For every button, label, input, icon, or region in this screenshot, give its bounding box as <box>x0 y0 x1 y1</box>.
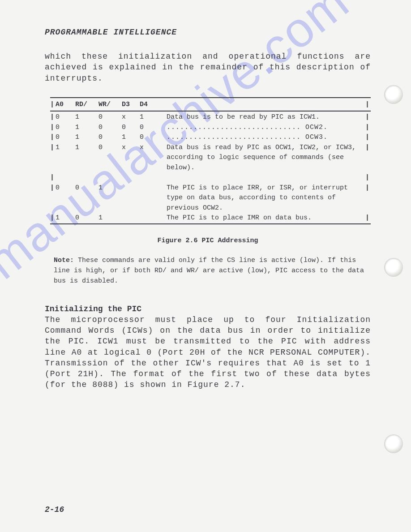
intro-paragraph: which these initialization and operation… <box>45 51 371 84</box>
figure-caption: Figure 2.6 PIC Addressing <box>45 237 371 245</box>
body-paragraph: The microprocessor must place up to four… <box>45 314 371 390</box>
page-header: PROGRAMMABLE INTELLIGENCE <box>45 28 371 37</box>
section-heading: Initializing the PIC <box>45 305 371 313</box>
table-row: | 0 1 0 0 0 ............................… <box>50 123 371 133</box>
table-rule-top <box>50 97 371 98</box>
note-block: Note: These commands are valid only if t… <box>54 255 366 287</box>
col-header-d3: D3 <box>122 100 140 110</box>
table-rule-mid <box>50 111 371 112</box>
col-header-d4: D4 <box>140 100 158 110</box>
table-row: | 1 0 1 The PIC is to place IMR on data … <box>50 213 371 223</box>
col-header-rd: RD/ <box>75 100 98 110</box>
table-rule-bottom <box>50 223 371 224</box>
col-header-a0: A0 <box>56 100 75 110</box>
note-label: Note: <box>54 257 74 264</box>
col-header-wr: WR/ <box>98 100 122 110</box>
table-row: | 0 0 1 The PIC is to place IRR, or ISR,… <box>50 183 371 214</box>
table-row: | 0 1 0 x 1 Data bus is to be read by PI… <box>50 112 371 123</box>
pic-addressing-table: | A0 RD/ WR/ D3 D4 | | 0 1 0 x 1 Data bu… <box>50 97 371 224</box>
note-text: These commands are valid only if the CS … <box>54 257 364 285</box>
page-number: 2-16 <box>45 505 64 514</box>
table-header-row: | A0 RD/ WR/ D3 D4 | <box>50 99 371 111</box>
table-row: | 0 1 0 1 0 ............................… <box>50 133 371 143</box>
page: PROGRAMMABLE INTELLIGENCE which these in… <box>0 0 411 532</box>
table-row-spacer: || <box>50 173 371 183</box>
table-row: | 1 1 0 x x Data bus is read by PIC as O… <box>50 143 371 173</box>
